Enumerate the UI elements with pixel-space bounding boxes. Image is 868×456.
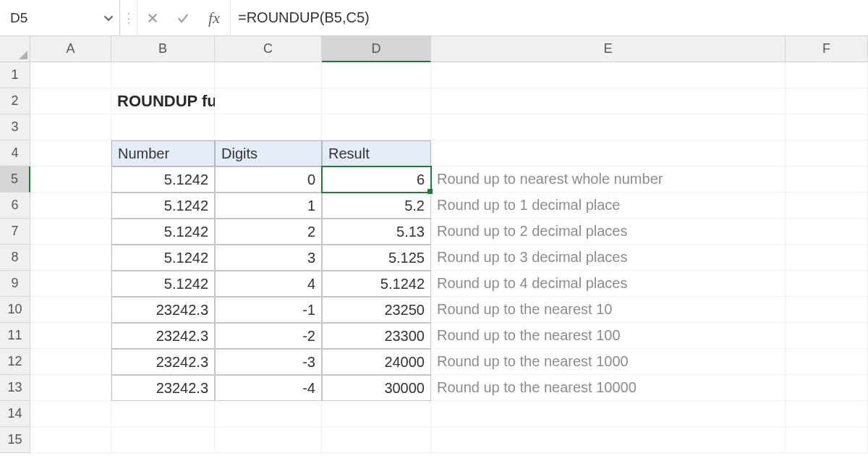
row-header[interactable]: 13 <box>0 375 30 401</box>
cell[interactable] <box>786 349 868 375</box>
table-cell-digits[interactable]: -2 <box>215 323 322 349</box>
cell[interactable] <box>30 349 111 375</box>
col-header-C[interactable]: C <box>215 36 322 62</box>
comment-cell[interactable]: Round up to nearest whole number <box>431 166 786 193</box>
table-cell-number[interactable]: 23242.3 <box>111 349 215 375</box>
chevron-down-icon[interactable] <box>103 13 114 23</box>
cell[interactable] <box>786 88 868 114</box>
cell[interactable] <box>30 245 111 271</box>
table-cell-number[interactable]: 23242.3 <box>111 375 215 401</box>
table-cell-result[interactable]: 5.125 <box>322 245 431 271</box>
cell[interactable] <box>215 62 322 88</box>
select-all-corner[interactable] <box>0 36 30 62</box>
table-cell-number[interactable]: 5.1242 <box>111 271 215 297</box>
cell[interactable] <box>30 166 111 193</box>
cell[interactable] <box>431 427 786 453</box>
row-header[interactable]: 10 <box>0 297 30 323</box>
table-cell-digits[interactable]: 4 <box>215 271 322 297</box>
comment-cell[interactable]: Round up to the nearest 100 <box>431 323 786 349</box>
table-cell-number[interactable]: 5.1242 <box>111 193 215 219</box>
cell[interactable] <box>30 219 111 245</box>
cell[interactable] <box>431 88 786 114</box>
formula-input[interactable]: =ROUNDUP(B5,C5) <box>230 0 868 35</box>
col-header-F[interactable]: F <box>786 36 868 62</box>
row-header[interactable]: 12 <box>0 349 30 375</box>
cell[interactable] <box>30 401 111 427</box>
comment-cell[interactable]: Round up to the nearest 10000 <box>431 375 786 401</box>
cell[interactable] <box>30 140 111 166</box>
cell[interactable] <box>30 375 111 401</box>
cell[interactable] <box>786 375 868 401</box>
comment-cell[interactable]: Round up to 2 decimal places <box>431 219 786 245</box>
cell[interactable] <box>30 427 111 453</box>
table-cell-number[interactable]: 23242.3 <box>111 323 215 349</box>
table-cell-number[interactable]: 5.1242 <box>111 166 215 193</box>
col-header-A[interactable]: A <box>30 36 111 62</box>
cell[interactable] <box>786 140 868 166</box>
cell[interactable] <box>30 193 111 219</box>
cell[interactable] <box>30 271 111 297</box>
cancel-formula-button[interactable] <box>137 0 168 35</box>
row-header[interactable]: 6 <box>0 193 30 219</box>
row-header[interactable]: 14 <box>0 401 30 427</box>
cell[interactable] <box>322 62 431 88</box>
cell[interactable] <box>786 62 868 88</box>
cell[interactable] <box>111 401 215 427</box>
cell[interactable] <box>786 297 868 323</box>
cell[interactable] <box>786 271 868 297</box>
table-header-digits[interactable]: Digits <box>215 140 322 166</box>
col-header-E[interactable]: E <box>431 36 786 62</box>
comment-cell[interactable]: Round up to 1 decimal place <box>431 193 786 219</box>
cell[interactable] <box>786 401 868 427</box>
table-cell-result[interactable]: 23300 <box>322 323 431 349</box>
row-header[interactable]: 15 <box>0 427 30 453</box>
table-header-result[interactable]: Result <box>322 140 431 166</box>
cell[interactable] <box>30 323 111 349</box>
cell[interactable] <box>786 245 868 271</box>
cell[interactable] <box>786 193 868 219</box>
row-header[interactable]: 4 <box>0 140 30 166</box>
table-cell-number[interactable]: 5.1242 <box>111 219 215 245</box>
cell[interactable] <box>322 114 431 140</box>
table-cell-number[interactable]: 23242.3 <box>111 297 215 323</box>
comment-cell[interactable]: Round up to the nearest 10 <box>431 297 786 323</box>
row-header[interactable]: 7 <box>0 219 30 245</box>
cell[interactable] <box>215 114 322 140</box>
cell[interactable] <box>786 219 868 245</box>
cell[interactable] <box>786 323 868 349</box>
row-header[interactable]: 2 <box>0 88 30 114</box>
table-cell-result[interactable]: 5.1242 <box>322 271 431 297</box>
table-cell-digits[interactable]: -3 <box>215 349 322 375</box>
name-box[interactable]: D5 <box>0 0 120 35</box>
table-cell-result[interactable]: 5.13 <box>322 219 431 245</box>
cell[interactable] <box>111 114 215 140</box>
table-cell-digits[interactable]: 2 <box>215 219 322 245</box>
comment-cell[interactable]: Round up to 3 decimal places <box>431 245 786 271</box>
cell[interactable] <box>111 62 215 88</box>
cell[interactable] <box>215 427 322 453</box>
table-cell-result[interactable]: 23250 <box>322 297 431 323</box>
comment-cell[interactable]: Round up to the nearest 1000 <box>431 349 786 375</box>
table-cell-result[interactable]: 5.2 <box>322 193 431 219</box>
cell[interactable] <box>322 427 431 453</box>
cell[interactable] <box>322 401 431 427</box>
cell[interactable] <box>215 401 322 427</box>
cell[interactable] <box>431 62 786 88</box>
enter-formula-button[interactable] <box>168 0 198 35</box>
cell[interactable] <box>786 166 868 193</box>
row-header[interactable]: 9 <box>0 271 30 297</box>
comment-cell[interactable]: Round up to 4 decimal places <box>431 271 786 297</box>
cell[interactable] <box>30 62 111 88</box>
row-header[interactable]: 11 <box>0 323 30 349</box>
cell[interactable] <box>30 297 111 323</box>
table-cell-digits[interactable]: -4 <box>215 375 322 401</box>
cell[interactable] <box>431 140 786 166</box>
table-cell-digits[interactable]: 1 <box>215 193 322 219</box>
table-cell-digits[interactable]: 3 <box>215 245 322 271</box>
cell[interactable] <box>431 401 786 427</box>
table-cell-digits[interactable]: 0 <box>215 166 322 193</box>
active-cell[interactable]: 6 <box>322 166 431 193</box>
cell[interactable] <box>111 427 215 453</box>
col-header-D[interactable]: D <box>322 36 431 62</box>
table-cell-digits[interactable]: -1 <box>215 297 322 323</box>
